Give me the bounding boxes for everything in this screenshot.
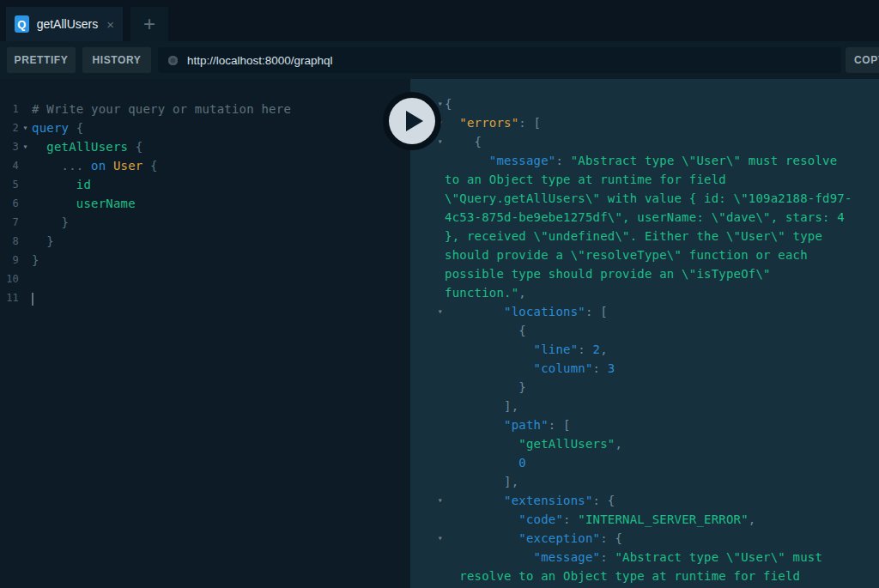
line-number: 4 — [0, 156, 19, 175]
code-text: userName — [32, 194, 410, 213]
editor-line: 9} — [0, 251, 410, 270]
code-text: resolve to an Object type at runtime for… — [445, 567, 879, 585]
execute-query-button[interactable] — [383, 92, 441, 150]
code-text — [32, 288, 410, 307]
response-pane[interactable]: ▾{▾ "errors": [▾ { "message": "Abstract … — [410, 79, 879, 588]
fold-gutter — [410, 453, 445, 472]
fold-arrow-icon[interactable]: ▾ — [19, 137, 32, 156]
json-line: 0 — [410, 453, 879, 472]
line-number: 6 — [0, 194, 19, 213]
fold-gutter — [19, 270, 32, 288]
fold-arrow-icon[interactable]: ▾ — [410, 529, 445, 548]
prettify-button[interactable]: PRETTIFY — [7, 47, 76, 73]
code-text: "message": "Abstract type \"User\" must — [445, 548, 879, 567]
fold-gutter — [410, 378, 445, 397]
json-line: should provide a \"resolveType\" functio… — [410, 246, 879, 264]
fold-gutter — [19, 288, 32, 307]
fold-gutter — [19, 100, 32, 118]
fold-gutter — [410, 151, 445, 170]
code-text: query { — [32, 118, 410, 137]
query-badge-icon: Q — [15, 15, 29, 33]
code-text: } — [32, 251, 410, 270]
json-line: function.", — [410, 283, 879, 302]
fold-gutter — [410, 321, 445, 340]
code-text: "exception": { — [445, 529, 879, 548]
code-text: "column": 3 — [445, 359, 879, 378]
json-line: to an Object type at runtime for field — [410, 170, 879, 189]
code-text: "getAllUsers", — [445, 434, 879, 453]
line-number: 8 — [0, 232, 19, 251]
code-text: { — [445, 321, 879, 340]
fold-gutter — [19, 213, 32, 232]
code-text: "path": [ — [445, 415, 879, 434]
code-text: should provide a \"resolveType\" functio… — [445, 246, 879, 264]
code-text: "locations": [ — [445, 302, 879, 321]
json-line: "column": 3 — [410, 359, 879, 378]
editor-line: 4 ... on User { — [0, 156, 410, 175]
code-text: possible type should provide an \"isType… — [445, 264, 879, 283]
code-text: to an Object type at runtime for field — [445, 170, 879, 189]
fold-gutter — [19, 156, 32, 175]
line-number: 10 — [0, 270, 19, 288]
fold-gutter — [410, 264, 445, 283]
json-line: "message": "Abstract type \"User\" must … — [410, 151, 879, 170]
code-text: \"Query.getAllUsers\" with value { id: \… — [445, 189, 879, 208]
fold-arrow-icon[interactable]: ▾ — [410, 491, 445, 510]
code-text: 4c53-875d-be9ebe1275df\", userName: \"da… — [445, 208, 879, 227]
json-line: ▾ "extensions": { — [410, 491, 879, 510]
fold-gutter — [410, 548, 445, 567]
fold-gutter — [410, 246, 445, 264]
editor-line: 1# Write your query or mutation here — [0, 100, 410, 118]
copy-curl-button[interactable]: COPY CURL — [846, 47, 879, 73]
graphql-playground-window: Q getAllUsers × + PRETTIFY HISTORY COPY … — [0, 0, 879, 588]
fold-arrow-icon[interactable]: ▾ — [19, 118, 32, 137]
json-line: 4c53-875d-be9ebe1275df\", userName: \"da… — [410, 208, 879, 227]
code-text: }, received \"undefined\". Either the \"… — [445, 227, 879, 246]
line-number: 7 — [0, 213, 19, 232]
editor-line: 11 — [0, 288, 410, 307]
code-text: { — [445, 94, 879, 113]
query-editor-pane[interactable]: 1# Write your query or mutation here2▾qu… — [0, 79, 410, 588]
fold-gutter — [410, 340, 445, 359]
editor-line: 10 — [0, 270, 410, 288]
line-number: 2 — [0, 118, 19, 137]
code-text: ], — [445, 397, 879, 415]
code-text: "code": "INTERNAL_SERVER_ERROR", — [445, 510, 879, 529]
fold-gutter — [410, 208, 445, 227]
tab-getallusers[interactable]: Q getAllUsers × — [6, 7, 123, 41]
line-number: 11 — [0, 288, 19, 307]
json-line: ▾ "exception": { — [410, 529, 879, 548]
new-tab-button[interactable]: + — [130, 7, 168, 41]
code-text: ... on User { — [32, 156, 410, 175]
code-text: "message": "Abstract type \"User\" must … — [445, 151, 879, 170]
fold-arrow-icon[interactable]: ▾ — [410, 302, 445, 321]
code-text: id — [32, 175, 410, 194]
json-line: ▾ "locations": [ — [410, 302, 879, 321]
main-area: 1# Write your query or mutation here2▾qu… — [0, 79, 879, 588]
json-line: resolve to an Object type at runtime for… — [410, 567, 879, 585]
code-text: "extensions": { — [445, 491, 879, 510]
toolbar: PRETTIFY HISTORY COPY CURL — [0, 41, 879, 79]
close-tab-icon[interactable]: × — [106, 17, 114, 32]
code-text: 0 — [445, 453, 879, 472]
line-number: 9 — [0, 251, 19, 270]
editor-line: 5 id — [0, 175, 410, 194]
editor-line: 8 } — [0, 232, 410, 251]
code-text: ], — [445, 472, 879, 491]
code-text: } — [32, 213, 410, 232]
fold-gutter — [410, 434, 445, 453]
json-line: "line": 2, — [410, 340, 879, 359]
line-number: 5 — [0, 175, 19, 194]
json-line: ▾{ — [410, 94, 879, 113]
history-button[interactable]: HISTORY — [82, 47, 151, 73]
json-line: "path": [ — [410, 415, 879, 434]
fold-gutter — [410, 415, 445, 434]
endpoint-url-input[interactable] — [178, 54, 841, 67]
json-line: ], — [410, 397, 879, 415]
play-button-circle — [389, 98, 435, 144]
fold-gutter — [410, 283, 445, 302]
json-line: "code": "INTERNAL_SERVER_ERROR", — [410, 510, 879, 529]
code-text: "line": 2, — [445, 340, 879, 359]
json-line: { — [410, 321, 879, 340]
fold-gutter — [19, 175, 32, 194]
